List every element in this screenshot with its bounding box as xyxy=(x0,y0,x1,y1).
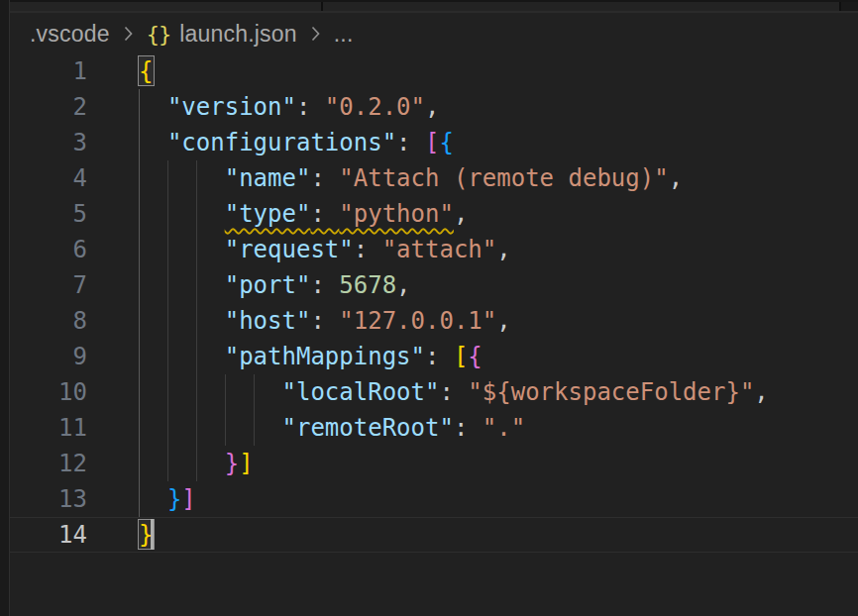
code-token-key: "host" xyxy=(225,307,311,335)
code-token-key: "version" xyxy=(167,93,296,121)
editor-left-border xyxy=(0,0,10,616)
code-line-content[interactable]: "pathMappings": [{ xyxy=(139,339,483,374)
code-token-key: "request" xyxy=(225,236,354,263)
line-number[interactable]: 3 xyxy=(0,125,87,160)
code-token-punct: : xyxy=(310,164,339,192)
code-line[interactable]: 7 "port": 5678, xyxy=(0,267,858,303)
code-line[interactable]: 11 "remoteRoot": "." xyxy=(0,410,858,446)
code-token-punct: , xyxy=(754,378,768,406)
chevron-right-icon xyxy=(309,23,322,45)
breadcrumb: .vscode {} launch.json ... xyxy=(30,15,858,52)
line-number[interactable]: 8 xyxy=(0,303,87,339)
code-token-key: "remoteRoot" xyxy=(282,414,454,442)
line-number[interactable]: 10 xyxy=(0,374,87,410)
code-token-ws xyxy=(139,93,167,121)
code-line-content[interactable]: "version": "0.2.0", xyxy=(139,89,439,125)
line-number[interactable]: 5 xyxy=(0,196,87,232)
code-token-str: "${workspaceFolder}" xyxy=(468,378,754,406)
code-line[interactable]: 14} xyxy=(0,517,858,553)
code-token-str: "0.2.0" xyxy=(325,93,425,121)
code-token-ws xyxy=(139,271,225,299)
code-line[interactable]: 1{ xyxy=(0,53,858,89)
code-token-ws xyxy=(139,450,225,477)
code-token-punct: : xyxy=(296,93,325,121)
code-token-str: "python" xyxy=(339,200,454,228)
code-token-ws xyxy=(139,236,225,263)
code-token-ws xyxy=(139,200,225,228)
code-line-content[interactable]: "configurations": [{ xyxy=(139,125,454,160)
code-token-punct: , xyxy=(496,307,510,335)
code-token-punct: : xyxy=(439,378,468,406)
code-token-b1: [ xyxy=(454,343,468,370)
line-number[interactable]: 4 xyxy=(0,160,87,196)
code-token-punct: : xyxy=(454,414,483,442)
code-token-ws xyxy=(139,378,282,406)
code-token-punct: , xyxy=(425,93,439,121)
code-token-key: "port" xyxy=(225,271,311,299)
code-token-b2: [ xyxy=(425,129,439,156)
line-number[interactable]: 2 xyxy=(0,89,87,125)
code-token-str: "attach" xyxy=(382,236,497,263)
line-number[interactable]: 11 xyxy=(0,410,87,446)
code-line-content[interactable]: "request": "attach", xyxy=(139,232,511,267)
code-lines: 1{2 "version": "0.2.0",3 "configurations… xyxy=(0,53,858,553)
code-token-b3: } xyxy=(167,485,181,513)
line-number[interactable]: 6 xyxy=(0,232,87,267)
breadcrumb-file[interactable]: launch.json xyxy=(179,21,297,48)
code-token-key: "localRoot" xyxy=(282,378,440,406)
code-line-content[interactable]: "type": "python", xyxy=(139,196,468,232)
line-number[interactable]: 14 xyxy=(0,517,87,553)
code-token-punct: , xyxy=(496,236,510,263)
code-token-b2: ] xyxy=(181,485,195,513)
code-token-b1: ] xyxy=(239,450,253,477)
breadcrumb-symbol-ellipsis[interactable]: ... xyxy=(334,21,354,48)
code-token-ws xyxy=(139,343,225,370)
json-object-icon: {} xyxy=(147,22,171,47)
code-token-b1: } xyxy=(139,521,153,549)
code-token-punct: : xyxy=(310,271,339,299)
code-editor[interactable]: 1{2 "version": "0.2.0",3 "configurations… xyxy=(0,53,858,616)
code-line-content[interactable]: "port": 5678, xyxy=(139,267,411,303)
code-token-b3: { xyxy=(439,129,453,156)
code-line-content[interactable]: }] xyxy=(139,446,254,481)
code-token-key: "pathMappings" xyxy=(225,343,425,370)
tab-bar-bottom-border xyxy=(10,11,858,13)
breadcrumb-folder[interactable]: .vscode xyxy=(30,21,110,48)
code-token-ws xyxy=(139,129,167,156)
code-token-punct: : xyxy=(310,200,339,228)
code-line[interactable]: 6 "request": "attach", xyxy=(0,232,858,267)
code-token-punct: : xyxy=(425,343,454,370)
code-token-ws xyxy=(139,485,167,513)
code-line[interactable]: 9 "pathMappings": [{ xyxy=(0,339,858,374)
code-token-ws xyxy=(139,307,225,335)
code-line-content[interactable]: "name": "Attach (remote debug)", xyxy=(139,160,683,196)
code-line-content[interactable]: "localRoot": "${workspaceFolder}", xyxy=(139,374,769,410)
code-line-content[interactable]: }] xyxy=(139,481,196,517)
code-token-punct: : xyxy=(310,307,339,335)
code-line[interactable]: 13 }] xyxy=(0,481,858,517)
code-token-punct: : xyxy=(354,236,382,263)
code-line[interactable]: 2 "version": "0.2.0", xyxy=(0,89,858,125)
code-line[interactable]: 5 "type": "python", xyxy=(0,196,858,232)
code-token-punct: , xyxy=(396,271,410,299)
code-token-str: "127.0.0.1" xyxy=(339,307,496,335)
line-number[interactable]: 12 xyxy=(0,446,87,481)
warning-squiggle: "type": "python" xyxy=(225,200,454,228)
code-token-key: "type" xyxy=(225,200,311,228)
code-token-b2: { xyxy=(468,343,482,370)
line-number[interactable]: 1 xyxy=(0,53,87,89)
line-number[interactable]: 9 xyxy=(0,339,87,374)
code-line-content[interactable]: "remoteRoot": "." xyxy=(139,410,525,446)
line-number[interactable]: 7 xyxy=(0,267,87,303)
chevron-right-icon xyxy=(122,23,135,45)
code-line-content[interactable]: } xyxy=(139,517,153,553)
code-line[interactable]: 3 "configurations": [{ xyxy=(0,125,858,160)
code-token-num: 5678 xyxy=(339,271,396,299)
line-number[interactable]: 13 xyxy=(0,481,87,517)
code-line[interactable]: 12 }] xyxy=(0,446,858,481)
code-line[interactable]: 8 "host": "127.0.0.1", xyxy=(0,303,858,339)
code-line[interactable]: 4 "name": "Attach (remote debug)", xyxy=(0,160,858,196)
code-line-content[interactable]: { xyxy=(139,53,153,89)
code-line-content[interactable]: "host": "127.0.0.1", xyxy=(139,303,511,339)
code-line[interactable]: 10 "localRoot": "${workspaceFolder}", xyxy=(0,374,858,410)
